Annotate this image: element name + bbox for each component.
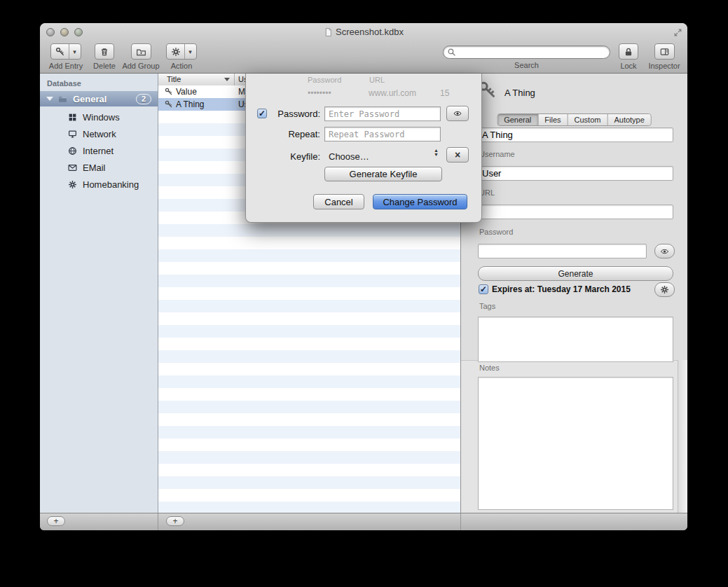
sidebar-item-label: EMail [83, 163, 106, 173]
tab-general[interactable]: General [497, 114, 537, 125]
search-icon [447, 47, 456, 60]
group-count-badge: 2 [136, 94, 151, 104]
search-input[interactable] [443, 46, 610, 59]
add-entry-label: Add Entry [44, 62, 88, 70]
add-group-label: Add Group [120, 62, 162, 70]
sidebar-header: Database [47, 79, 81, 88]
ghost-column-url: URL [369, 76, 385, 84]
chevron-down-icon: ▾ [73, 48, 76, 55]
ghost-extra-value: 15 [440, 88, 449, 98]
action-label: Action [163, 62, 200, 70]
inspector-button[interactable]: Inspector [644, 43, 685, 71]
entry-title-cell: Value [176, 87, 197, 97]
lock-icon [624, 47, 633, 57]
password-field[interactable] [478, 244, 647, 258]
expires-settings-button[interactable] [654, 282, 675, 297]
sheet-repeat-label: Repeat: [267, 129, 320, 139]
footer-divider [460, 513, 461, 530]
sidebar-item-network[interactable]: Network [40, 125, 158, 142]
sidebar-item-windows[interactable]: Windows [40, 109, 158, 125]
change-password-button[interactable]: Change Password [373, 194, 467, 209]
delete-button[interactable]: Delete [89, 43, 120, 71]
lock-button[interactable]: Lock [613, 43, 644, 71]
tags-label: Tags [479, 302, 495, 310]
sheet-password-label: Password: [267, 109, 320, 119]
reveal-password-button[interactable] [446, 106, 469, 121]
disclosure-triangle-icon[interactable] [46, 97, 53, 101]
expires-row: ✓ Expires at: Tuesday 17 March 2015 [479, 284, 631, 294]
inspector-label: Inspector [644, 62, 685, 70]
eye-icon [452, 109, 463, 118]
clear-keyfile-button[interactable]: × [446, 147, 469, 163]
tab-custom[interactable]: Custom [568, 114, 607, 125]
network-icon [68, 130, 77, 139]
repeat-password-input[interactable] [324, 127, 441, 141]
chevron-down-icon: ▾ [188, 48, 192, 55]
username-field[interactable] [478, 166, 673, 181]
sheet-keyfile-label: Keyfile: [267, 151, 320, 162]
sidebar-item-label: Windows [83, 112, 120, 123]
sidebar-group-label: General [73, 94, 107, 104]
windows-icon [68, 113, 77, 122]
generate-password-button[interactable]: Generate [478, 266, 673, 281]
tab-autotype[interactable]: Autotype [607, 114, 650, 125]
add-entry-button[interactable]: ▾ Add Entry [44, 43, 88, 71]
window-chrome: Screenshot.kdbx ▾ Add Entry Delete Add G… [40, 23, 687, 74]
sidebar-item-label: Homebanking [83, 179, 139, 190]
gear-icon [68, 180, 77, 189]
folder-plus-icon [136, 47, 146, 57]
column-divider[interactable] [234, 74, 235, 85]
gear-icon [660, 285, 669, 294]
trash-icon [99, 47, 109, 57]
inspector-tabs: General Files Custom Autotype [497, 113, 652, 126]
column-header-title[interactable]: Title [167, 75, 181, 83]
envelope-icon [68, 163, 77, 172]
notes-label: Notes [479, 364, 500, 372]
sidebar-item-homebanking[interactable]: Homebanking [40, 176, 158, 193]
sort-descending-icon [224, 78, 230, 81]
cancel-button[interactable]: Cancel [313, 194, 364, 209]
window-footer: + + [40, 513, 687, 530]
title-field[interactable] [478, 127, 673, 142]
add-group-button[interactable]: Add Group [120, 43, 162, 71]
app-window: Screenshot.kdbx ▾ Add Entry Delete Add G… [40, 23, 687, 530]
expires-checkbox[interactable]: ✓ [479, 284, 488, 294]
keyfile-popup[interactable]: Choose… [329, 151, 369, 162]
eye-icon [659, 247, 670, 256]
sidebar: Database General 2 Windows Network Inter… [40, 74, 158, 513]
window-title: Screenshot.kdbx [40, 27, 687, 37]
generate-keyfile-button[interactable]: Generate Keyfile [324, 167, 442, 181]
close-icon: × [455, 149, 460, 160]
sidebar-item-label: Network [83, 129, 116, 139]
sidebar-item-email[interactable]: EMail [40, 159, 158, 176]
search-area: Search [443, 45, 610, 69]
popup-stepper-icon[interactable]: ▲▼ [434, 149, 439, 157]
gear-icon [171, 47, 181, 57]
inspector-panel-icon [659, 47, 670, 57]
ghost-password-dots: •••••••• [308, 88, 331, 98]
tab-files[interactable]: Files [537, 114, 567, 125]
notes-field[interactable] [478, 377, 673, 510]
key-icon [165, 100, 173, 109]
fullscreen-icon[interactable] [673, 27, 682, 40]
sidebar-item-internet[interactable]: Internet [40, 142, 158, 159]
action-button[interactable]: ▾ Action [163, 43, 200, 71]
tags-field[interactable] [478, 317, 673, 362]
sidebar-group-general[interactable]: General 2 [40, 91, 158, 106]
add-group-footer-button[interactable]: + [47, 516, 65, 526]
ghost-url-value: www.url.com [369, 88, 416, 98]
new-password-input[interactable] [324, 106, 441, 121]
url-field[interactable] [478, 205, 673, 219]
inspector-scrollbar[interactable] [678, 360, 687, 513]
password-checkbox[interactable]: ✓ [257, 109, 267, 118]
footer-divider [158, 513, 158, 530]
expires-label: Expires at: Tuesday 17 March 2015 [492, 284, 631, 294]
key-icon [55, 47, 65, 57]
password-label: Password [479, 228, 513, 236]
delete-label: Delete [89, 62, 120, 70]
globe-icon [68, 146, 77, 156]
reveal-password-button[interactable] [654, 244, 675, 258]
add-entry-footer-button[interactable]: + [166, 516, 184, 526]
inspector-entry-title: A Thing [504, 88, 535, 98]
lock-label: Lock [613, 62, 644, 70]
